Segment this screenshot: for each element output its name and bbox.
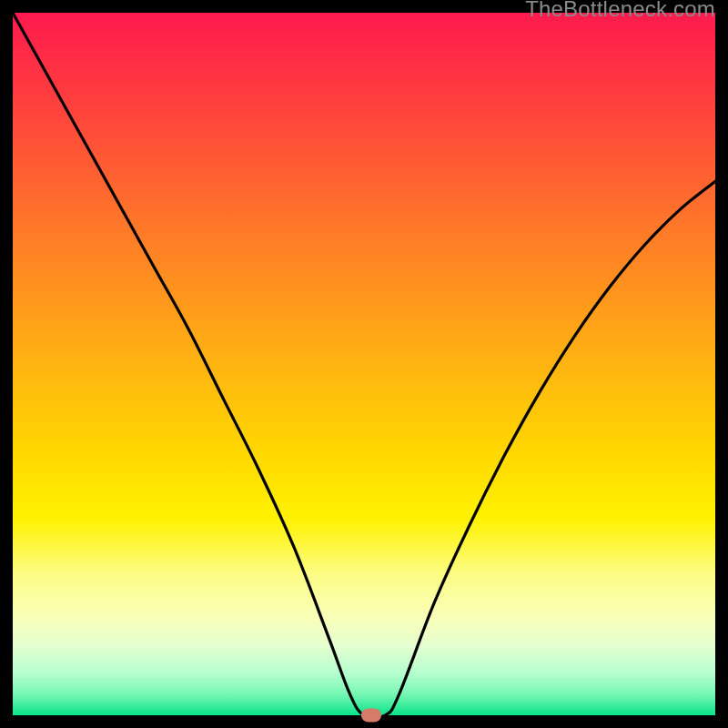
- bottleneck-marker: [361, 709, 381, 723]
- attribution-label: TheBottleneck.com: [525, 0, 715, 22]
- chart-frame: [13, 13, 715, 715]
- bottleneck-curve: [13, 13, 715, 715]
